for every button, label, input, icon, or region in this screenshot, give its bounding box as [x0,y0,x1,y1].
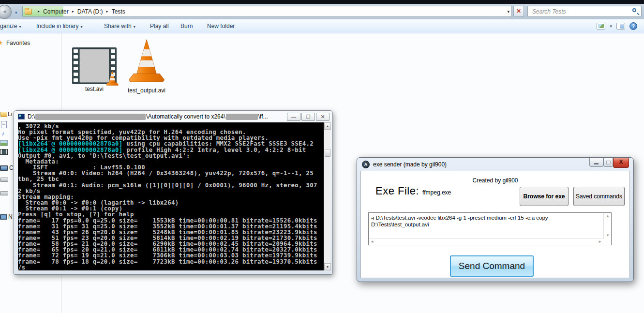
console-line: Press [q] to stop, [?] for help [18,211,324,217]
libraries-icon [0,112,7,117]
file-label: test.avi [71,86,118,92]
documents-icon[interactable] [1,121,7,128]
vlc-cone-overlay-icon [105,70,120,86]
chevron-down-icon: ▾ [134,25,135,29]
breadcrumb-item[interactable]: Computer [43,8,69,15]
exe-sender-window[interactable]: A exe sender (made by gil900) X Created … [357,157,634,282]
sidebar-item-favorites[interactable]: Favorites [6,40,30,46]
close-button[interactable]: X [613,158,629,168]
change-view-caret-icon[interactable]: ▾ [610,24,612,29]
redacted-blob [226,114,258,120]
scroll-left-icon[interactable]: ◄ [370,239,374,244]
navigation-bar: ▾ ▸Computer▸DATA (D:)▸Tests ▾ ✕ Search T… [0,4,644,19]
folder-icon [25,9,32,15]
toolbar-item-play-all[interactable]: Play all [150,23,169,30]
toolbar-item-include-in-library[interactable]: Include in library▾ [36,23,82,30]
file-test-avi[interactable]: test.avi [71,47,118,92]
console-line: frame= 31 fps= 31 q=25.0 size= 3552kB ti… [18,224,324,229]
filmstrip-vlc-icon [72,47,117,84]
desktop-screenshot: ▾ ▸Computer▸DATA (D:)▸Tests ▾ ✕ Search T… [0,0,644,313]
change-view-icon[interactable] [597,23,605,30]
redacted-blob [35,114,146,120]
console-icon [18,114,25,119]
pictures-icon[interactable] [0,140,8,146]
scroll-up-icon[interactable]: ▲ [324,122,331,130]
saved-commands-button[interactable]: Saved commands [573,187,625,206]
console-title: D:\\Automatically convert to x264\\ff... [28,113,268,120]
breadcrumb: ▸Computer▸DATA (D:)▸Tests [34,6,125,16]
toolbar-item-new-folder[interactable]: New folder [207,23,235,30]
chevron-down-icon: ▾ [19,25,21,29]
console-line: frame= 78 fps= 18 q=20.0 size= 7723kB ti… [18,259,324,265]
console-close-button[interactable]: ✕ [316,113,329,121]
computer-icon [0,165,8,171]
toolbar-item-label: Play all [150,23,169,30]
sidebar-item-network[interactable]: N [8,213,13,220]
console-output: , 3072 kb/sNo pixel format specified, yu… [18,122,324,270]
file-label: test_output.avi [123,87,170,94]
app-icon: A [362,161,370,168]
console-line: Output #0, avi, to 'D:\Tests\test_output… [18,153,324,159]
search-placeholder: Search Tests [532,8,566,15]
toolbar-item-burn[interactable]: Burn [180,23,193,30]
search-input[interactable]: Search Tests [527,6,642,17]
data-drive-icon[interactable] [0,191,8,195]
console-line: /s [18,265,324,270]
address-cancel-button[interactable]: ✕ [513,6,524,17]
file-test-output-avi[interactable]: test_output.avi [123,38,170,94]
address-bar[interactable]: ▸Computer▸DATA (D:)▸Tests ▾ [22,6,512,17]
toolbar-item-share-with[interactable]: Share with▾ [104,23,135,30]
sidebar-item-libraries[interactable]: Li [8,111,12,118]
maximize-button [603,158,613,167]
chevron-down-icon: ▾ [80,25,82,29]
breadcrumb-item[interactable]: Tests [112,8,125,15]
toolbar-item-label: Share with [104,23,132,30]
toolbar-item-label: Burn [180,23,193,30]
console-window[interactable]: D:\\Automatically convert to x264\\ff...… [14,110,333,275]
preview-pane-icon[interactable] [616,23,625,30]
network-icon [0,214,7,220]
console-line: frame= 17 fps=0.0 q=25.0 size= 1553kB ti… [18,218,324,224]
console-line: Stream #0:0: Video: h264 (H264 / 0x34363… [18,170,324,176]
scroll-down-icon[interactable]: ▼ [606,233,610,238]
send-command-button[interactable]: Send Command [450,255,534,277]
command-toolbar: ganize▾Include in library▾Share with▾Pla… [0,19,644,33]
exe-file-label: Exe File: [375,185,419,197]
help-icon[interactable]: ? [629,22,637,30]
console-restore-button[interactable]: ❐ [301,113,315,121]
sidebar-item-computer[interactable]: C [9,164,14,171]
window-title: exe sender (made by gil900) [373,161,447,168]
scroll-right-icon[interactable]: ► [598,239,602,244]
exe-file-value: ffmpeg.exe [422,189,451,196]
breadcrumb-separator-icon: ▸ [106,9,108,14]
console-scrollbar[interactable]: ▲ ▼ [324,122,330,270]
toolbar-item-label: New folder [207,23,235,30]
videos-icon[interactable] [0,149,8,155]
console-line: tbn, 25 tbc [18,176,324,182]
scroll-down-icon[interactable]: ▼ [324,263,331,270]
minimize-button[interactable] [589,158,603,167]
console-title-bar[interactable]: D:\\Automatically convert to x264\\ff... [14,111,332,122]
address-dropdown-icon[interactable]: ▾ [507,9,509,14]
command-vscrollbar[interactable]: ▲ ▼ [603,213,611,238]
scroll-up-icon[interactable]: ▲ [606,214,610,218]
command-text: -i D:\Tests\test.avi -vcodec libx264 -g … [371,214,601,228]
back-button[interactable] [0,5,12,19]
toolbar-item-label: ganize [0,23,17,30]
toolbar-item-label: Include in library [36,23,78,30]
search-icon [632,8,636,12]
command-textarea[interactable]: -i D:\Tests\test.avi -vcodec libx264 -g … [368,212,612,245]
system-drive-icon[interactable] [0,178,8,182]
browse-for-exe-button[interactable]: Browse for exe [520,187,569,206]
music-icon[interactable]: ♪ [1,130,5,137]
breadcrumb-item[interactable]: DATA (D:) [77,8,103,15]
created-by-text: Created by gil900 [361,177,629,184]
scroll-thumb[interactable] [325,149,330,157]
vlc-cone-icon [126,38,167,84]
toolbar-item-ganize[interactable]: ganize▾ [0,23,21,30]
favorites-star-icon: ★ [0,39,3,46]
nav-history-caret-icon[interactable]: ▾ [15,10,17,15]
command-hscrollbar[interactable]: ◄ ► [369,238,603,245]
exe-sender-client-area: Created by gil900 Exe File: ffmpeg.exe B… [360,171,630,278]
console-minimize-button[interactable]: — [287,113,300,121]
